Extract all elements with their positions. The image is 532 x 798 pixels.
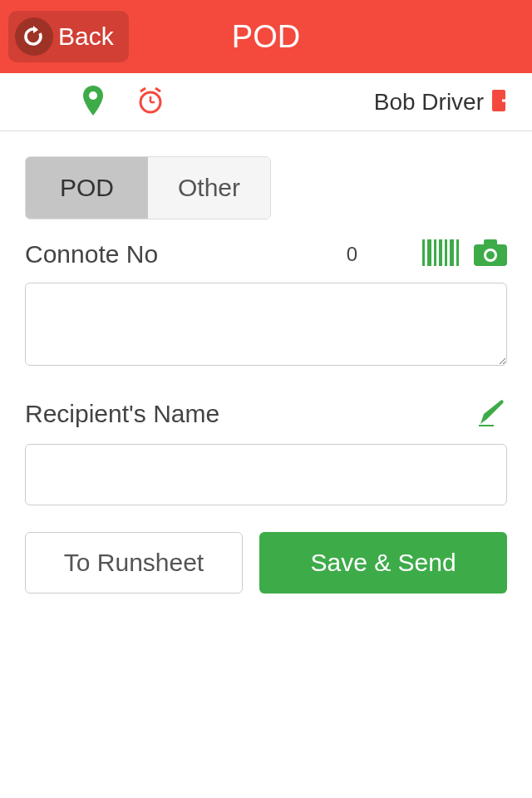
svg-rect-8 bbox=[427, 239, 431, 266]
tab-other[interactable]: Other bbox=[148, 157, 270, 219]
recipient-row: Recipient's Name bbox=[25, 397, 507, 431]
svg-point-0 bbox=[89, 91, 97, 100]
tab-pod[interactable]: POD bbox=[26, 157, 148, 219]
svg-line-4 bbox=[140, 88, 145, 91]
svg-line-5 bbox=[155, 88, 160, 91]
recipient-label: Recipient's Name bbox=[25, 400, 477, 428]
sub-icons bbox=[83, 86, 165, 119]
back-icon bbox=[15, 17, 53, 56]
svg-rect-7 bbox=[422, 239, 425, 266]
svg-rect-12 bbox=[450, 239, 454, 266]
username-label: Bob Driver bbox=[374, 89, 484, 116]
camera-icon[interactable] bbox=[474, 239, 507, 269]
logout-icon[interactable] bbox=[490, 88, 515, 116]
alarm-clock-icon[interactable] bbox=[136, 86, 165, 118]
svg-rect-10 bbox=[439, 239, 442, 266]
svg-rect-15 bbox=[484, 239, 497, 246]
connote-count: 0 bbox=[347, 243, 357, 266]
connote-label: Connote No bbox=[25, 240, 347, 268]
back-button[interactable]: Back bbox=[8, 11, 129, 62]
svg-rect-9 bbox=[434, 239, 436, 266]
back-label: Back bbox=[58, 22, 114, 51]
recipient-input[interactable] bbox=[25, 444, 507, 505]
signature-pen-icon[interactable] bbox=[477, 397, 507, 431]
main-content: POD Other Connote No 0 bbox=[0, 131, 532, 618]
tab-group: POD Other bbox=[25, 156, 271, 219]
save-send-button[interactable]: Save & Send bbox=[259, 532, 507, 594]
page-title: POD bbox=[232, 19, 300, 55]
sub-header: Bob Driver bbox=[0, 73, 532, 131]
svg-point-17 bbox=[486, 251, 495, 259]
svg-rect-13 bbox=[456, 239, 459, 266]
connote-row: Connote No 0 bbox=[25, 239, 507, 269]
app-header: Back POD bbox=[0, 0, 532, 73]
connote-input[interactable] bbox=[25, 283, 507, 366]
to-runsheet-button[interactable]: To Runsheet bbox=[25, 532, 243, 594]
user-section: Bob Driver bbox=[374, 88, 515, 116]
location-pin-icon[interactable] bbox=[83, 86, 103, 119]
svg-rect-11 bbox=[445, 239, 447, 266]
barcode-icon[interactable] bbox=[422, 239, 459, 269]
button-row: To Runsheet Save & Send bbox=[25, 532, 507, 594]
